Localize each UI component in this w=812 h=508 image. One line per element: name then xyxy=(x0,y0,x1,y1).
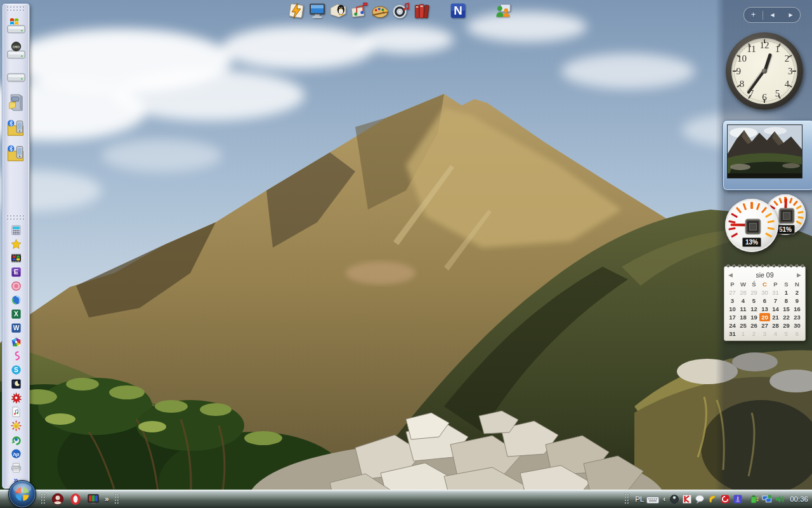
excel-icon[interactable]: X xyxy=(10,308,22,320)
calendar-day-headers: PWŚCPSN xyxy=(724,280,805,288)
kaspersky-icon[interactable] xyxy=(682,494,692,504)
gadget-prev-button[interactable]: ◂ xyxy=(763,8,782,22)
tray-collapse-chevron[interactable]: ‹ xyxy=(663,495,665,504)
opera-icon[interactable] xyxy=(69,492,82,506)
netscape-icon[interactable]: N xyxy=(449,1,468,20)
calendar-day: 23 xyxy=(792,313,802,321)
taskbar-clock[interactable]: 00:36 xyxy=(790,495,808,503)
calendar-day: 24 xyxy=(727,321,738,330)
green-swirl-icon[interactable] xyxy=(10,434,22,446)
filmstrip-icon[interactable] xyxy=(10,252,22,264)
calendar-week-row: 10111213141516 xyxy=(724,305,805,313)
drive-plain-icon[interactable] xyxy=(6,67,27,88)
start-button[interactable] xyxy=(8,479,37,508)
network-icon[interactable] xyxy=(762,494,772,504)
drive-dvd-icon[interactable]: DVD xyxy=(6,41,27,62)
tv-tuner-icon[interactable] xyxy=(86,492,100,506)
skype-icon[interactable]: S xyxy=(10,364,22,376)
winamp-icon[interactable] xyxy=(287,1,306,20)
calendar-day: 30 xyxy=(759,288,770,297)
tux-icon[interactable] xyxy=(329,1,348,20)
calendar-day: 16 xyxy=(792,305,802,313)
star-icon[interactable] xyxy=(10,238,22,250)
add-gadget-button[interactable]: + xyxy=(744,8,763,22)
quick-launch-expand-chevron[interactable]: » xyxy=(105,495,109,504)
svg-text:hp: hp xyxy=(13,451,19,457)
drag-grip[interactable] xyxy=(41,493,46,505)
clock-number: 4 xyxy=(785,79,790,90)
calendar-day-header: C xyxy=(759,280,770,288)
night-icon[interactable] xyxy=(10,378,22,390)
calendar-day: 7 xyxy=(770,297,781,305)
slideshow-gadget[interactable] xyxy=(723,120,812,190)
red-splat-icon[interactable] xyxy=(10,392,22,404)
gadget-next-button[interactable]: ▸ xyxy=(782,8,800,22)
clock-number: 8 xyxy=(740,79,745,90)
calendar-day: 9 xyxy=(792,297,802,305)
cd-audio-icon[interactable] xyxy=(391,1,410,20)
calendar-day: 5 xyxy=(781,330,792,338)
calendar-day: 28 xyxy=(738,288,749,297)
calendar-prev-button[interactable]: ◀ xyxy=(728,272,733,278)
books-icon[interactable] xyxy=(412,1,431,20)
sun-icon[interactable] xyxy=(10,420,22,432)
drive-win-icon[interactable] xyxy=(6,16,27,37)
clock-number: 6 xyxy=(762,91,767,102)
clock-number: 9 xyxy=(736,66,741,77)
calendar-day: 28 xyxy=(770,321,781,330)
calendar-day-header: W xyxy=(738,280,749,288)
music-doc-icon[interactable] xyxy=(10,406,22,418)
pink-ring-icon[interactable] xyxy=(10,280,22,292)
hp-icon[interactable]: hp xyxy=(10,448,22,460)
calendar-day: 31 xyxy=(727,330,738,338)
calendar-day: 19 xyxy=(749,313,759,321)
language-indicator[interactable]: PL xyxy=(635,495,644,503)
drag-grip[interactable] xyxy=(114,493,120,505)
calendar-day-header: P xyxy=(770,280,781,288)
calendar-day: 30 xyxy=(792,321,802,330)
calendar-day: 11 xyxy=(738,305,749,313)
calendar-day: 15 xyxy=(781,305,792,313)
status-sphere-icon[interactable] xyxy=(669,494,679,504)
music-box-icon[interactable] xyxy=(350,1,369,20)
calendar-day: 5 xyxy=(749,297,759,305)
calendar-day: 2 xyxy=(749,330,759,338)
slideshow-photo xyxy=(727,124,802,178)
drag-grip[interactable] xyxy=(6,6,25,11)
chip-icon xyxy=(746,220,760,234)
keyboard-layout-icon[interactable] xyxy=(646,495,659,504)
word-icon[interactable]: W xyxy=(10,322,22,334)
picasa-icon[interactable] xyxy=(10,336,22,348)
clock-gadget[interactable]: 123456789101112 xyxy=(726,32,803,110)
phone-folder-icon[interactable] xyxy=(6,117,27,138)
calculator-icon[interactable] xyxy=(10,224,22,236)
calendar-day: 27 xyxy=(759,321,770,330)
phone-call-icon[interactable] xyxy=(707,494,717,504)
alert-icon[interactable]: ! xyxy=(733,494,743,504)
file-cabinet-icon[interactable] xyxy=(6,92,27,113)
cpu-gauge[interactable]: 13% xyxy=(725,199,778,252)
media-red-icon[interactable] xyxy=(51,492,65,506)
volume-icon[interactable] xyxy=(775,494,785,504)
bubble-icon[interactable] xyxy=(695,494,705,504)
phone-folder2-icon[interactable] xyxy=(6,143,27,164)
app-e-icon[interactable]: E xyxy=(10,266,22,278)
calendar-day: 3 xyxy=(759,330,770,338)
power-icon[interactable] xyxy=(749,494,759,504)
svg-text:DVD: DVD xyxy=(12,45,19,49)
calendar-next-button[interactable]: ▶ xyxy=(797,272,801,278)
palette-icon[interactable] xyxy=(370,1,390,20)
messenger-icon[interactable] xyxy=(494,1,513,20)
calendar-gadget[interactable]: ◀ sie 09 ▶ PWŚCPSN 272829303112345678910… xyxy=(724,266,806,341)
calendar-day: 29 xyxy=(749,288,759,297)
drag-grip[interactable] xyxy=(624,493,630,505)
calendar-day: 21 xyxy=(770,313,781,321)
squiggle-icon[interactable] xyxy=(10,350,22,362)
drag-grip[interactable] xyxy=(6,215,25,220)
clock-number: 7 xyxy=(749,88,754,99)
red-swirl-icon[interactable] xyxy=(720,494,730,504)
blue-swirl-icon[interactable] xyxy=(10,294,22,306)
printer-icon[interactable] xyxy=(10,462,22,474)
calendar-day: 14 xyxy=(770,305,781,313)
display-icon[interactable] xyxy=(308,1,327,20)
